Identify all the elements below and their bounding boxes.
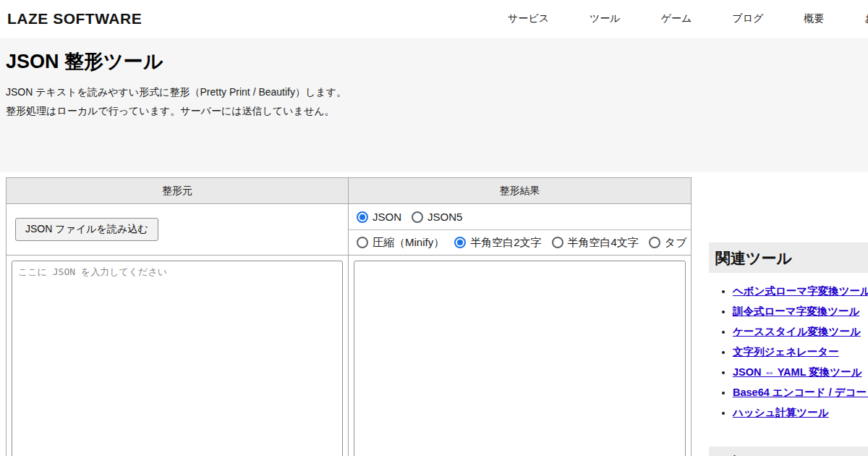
radio-space4-label: 半角空白4文字: [568, 236, 639, 250]
related-link-kunrei[interactable]: 訓令式ローマ字変換ツール: [733, 305, 859, 317]
list-item: ハッシュ計算ツール: [733, 406, 868, 420]
related-link-case-style[interactable]: ケーススタイル変換ツール: [733, 326, 861, 337]
source-input-cell: [7, 256, 349, 456]
page-description-line2: 整形処理はローカルで行っています。サーバーには送信していません。: [6, 101, 868, 120]
page-description: JSON テキストを読みやすい形式に整形（Pretty Print / Beau…: [0, 83, 868, 120]
list-item: Base64 エンコード / デコードツール: [733, 386, 868, 400]
radio-option-json5[interactable]: JSON5: [412, 211, 462, 223]
list-item: ケーススタイル変換ツール: [733, 325, 868, 339]
site-header: LAZE SOFTWARE サービス ツール ゲーム ブログ 概要 お問い合わせ: [0, 0, 868, 38]
main-nav: サービス ツール ゲーム ブログ 概要 お問い合わせ: [508, 0, 868, 38]
nav-item-games[interactable]: ゲーム: [661, 12, 692, 25]
json-result-output[interactable]: [354, 261, 686, 456]
list-item: ヘボン式ローマ字変換ツール: [733, 284, 868, 298]
source-column-header: 整形元: [7, 178, 349, 204]
related-link-json-yaml[interactable]: JSON ⇔ YAML 変換ツール: [733, 366, 861, 378]
nav-item-blog[interactable]: ブログ: [732, 12, 763, 25]
sidebar-next-heading: お知らせ: [709, 447, 868, 456]
result-column-header: 整形結果: [349, 178, 691, 204]
radio-tab-label: タブ: [665, 236, 687, 250]
nav-item-services[interactable]: サービス: [508, 12, 549, 25]
format-options-row: JSON JSON5: [349, 204, 691, 230]
list-item: 訓令式ローマ字変換ツール: [733, 305, 868, 318]
radio-json5-icon[interactable]: [412, 211, 423, 223]
indent-options-row: 圧縮（Minify） 半角空白2文字 半角空白4文字 タブ: [349, 230, 691, 256]
radio-space4-icon[interactable]: [552, 237, 563, 248]
related-link-base64[interactable]: Base64 エンコード / デコードツール: [733, 387, 868, 398]
related-tools-list: ヘボン式ローマ字変換ツール 訓令式ローマ字変換ツール ケーススタイル変換ツール …: [709, 284, 868, 420]
related-link-hash[interactable]: ハッシュ計算ツール: [733, 407, 829, 418]
radio-json5-label: JSON5: [427, 211, 462, 223]
list-item: JSON ⇔ YAML 変換ツール: [733, 366, 868, 379]
related-tools-heading: 関連ツール: [709, 242, 868, 273]
sidebar-next-section: お知らせ: [709, 447, 868, 456]
radio-option-space2[interactable]: 半角空白2文字: [454, 236, 541, 250]
radio-option-minify[interactable]: 圧縮（Minify）: [357, 236, 444, 250]
page-title: JSON 整形ツール: [0, 38, 868, 74]
radio-minify-label: 圧縮（Minify）: [373, 236, 444, 250]
radio-space2-icon[interactable]: [454, 237, 466, 248]
radio-tab-icon[interactable]: [649, 237, 660, 248]
radio-space2-label: 半角空白2文字: [470, 236, 541, 250]
site-logo[interactable]: LAZE SOFTWARE: [7, 0, 142, 38]
list-item: 文字列ジェネレーター: [733, 345, 868, 359]
nav-item-about[interactable]: 概要: [804, 12, 824, 25]
related-link-string-generator[interactable]: 文字列ジェネレーター: [733, 346, 839, 358]
related-link-hepburn[interactable]: ヘボン式ローマ字変換ツール: [733, 285, 868, 297]
radio-option-json[interactable]: JSON: [357, 211, 401, 223]
radio-option-space4[interactable]: 半角空白4文字: [552, 236, 639, 250]
page-description-line1: JSON テキストを読みやすい形式に整形（Pretty Print / Beau…: [6, 83, 868, 101]
nav-item-tools[interactable]: ツール: [590, 12, 621, 25]
radio-json-label: JSON: [373, 211, 401, 223]
json-source-input[interactable]: [12, 261, 343, 456]
nav-item-contact[interactable]: お問い合わせ: [864, 12, 868, 25]
load-json-file-button[interactable]: JSON ファイルを読み込む: [15, 218, 158, 241]
source-actions-cell: JSON ファイルを読み込む: [7, 204, 349, 256]
sidebar-related-tools: 関連ツール ヘボン式ローマ字変換ツール 訓令式ローマ字変換ツール ケーススタイル…: [709, 242, 868, 426]
page-intro-band: JSON 整形ツール JSON テキストを読みやすい形式に整形（Pretty P…: [0, 38, 868, 172]
json-formatter-table: 整形元 整形結果 JSON ファイルを読み込む JSON JSON5 圧縮（Mi…: [6, 177, 692, 456]
result-output-cell: [349, 256, 691, 456]
radio-minify-icon[interactable]: [357, 237, 368, 248]
radio-option-tab[interactable]: タブ: [649, 236, 687, 250]
radio-json-icon[interactable]: [357, 211, 368, 223]
